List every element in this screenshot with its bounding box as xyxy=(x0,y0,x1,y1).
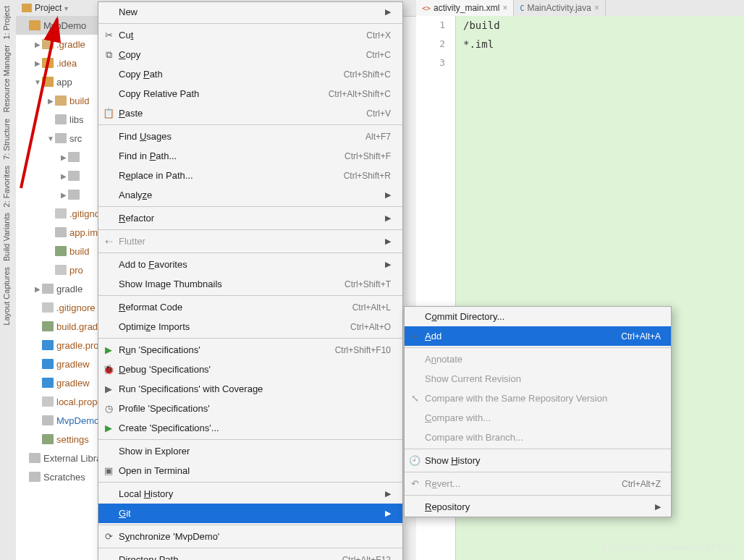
node-icon xyxy=(42,58,54,68)
node-label: settings xyxy=(54,434,89,445)
menu-label: Copy Path xyxy=(119,69,344,80)
menu-separator xyxy=(98,206,402,207)
code-line[interactable]: /build xyxy=(463,16,744,35)
menu-label: Run 'Specifications' with Coverage xyxy=(119,383,391,394)
menu-item[interactable]: Refactor▶ xyxy=(98,208,402,228)
menu-item[interactable]: Local History▶ xyxy=(98,484,402,504)
expand-icon[interactable]: ▶ xyxy=(33,285,42,293)
project-label: Project xyxy=(35,3,62,13)
context-menu[interactable]: New▶✂CutCtrl+X⧉CopyCtrl+CCopy PathCtrl+S… xyxy=(98,1,403,560)
node-icon xyxy=(42,284,54,294)
tab-label: MainActivity.java xyxy=(527,3,591,13)
menu-item[interactable]: Find in Path...Ctrl+Shift+F xyxy=(98,146,402,166)
editor-tab[interactable]: <>activity_main.xml× xyxy=(416,0,514,16)
close-icon[interactable]: × xyxy=(502,3,507,13)
side-rail-item[interactable]: Layout Captures xyxy=(2,267,11,326)
menu-item: ⤡Compare with the Same Repository Versio… xyxy=(405,389,671,408)
menu-label: Analyze xyxy=(119,190,381,200)
expand-icon[interactable]: ▶ xyxy=(46,97,55,105)
menu-icon: ▶ xyxy=(103,383,114,394)
menu-label: Annotate xyxy=(425,354,661,365)
menu-item[interactable]: Analyze▶ xyxy=(98,185,402,205)
tab-label: activity_main.xml xyxy=(434,3,499,13)
expand-icon[interactable]: ▶ xyxy=(59,191,68,199)
node-label: MvpDemo xyxy=(41,20,86,31)
menu-label: Replace in Path... xyxy=(119,170,344,181)
menu-item[interactable]: 🕘Show History xyxy=(405,451,671,470)
menu-item[interactable]: ▶Create 'Specifications'... xyxy=(98,418,402,438)
side-rail-item[interactable]: Resource Manager xyxy=(2,45,11,113)
menu-label: Paste xyxy=(119,108,366,119)
submenu-arrow-icon: ▶ xyxy=(381,260,391,269)
menu-item[interactable]: 🐞Debug 'Specifications' xyxy=(98,360,402,379)
menu-item[interactable]: ⟳Synchronize 'MvpDemo' xyxy=(98,527,402,546)
side-rail-item[interactable]: 2: Favorites xyxy=(2,166,11,207)
menu-item[interactable]: ▶Run 'Specifications' with Coverage xyxy=(98,379,402,399)
menu-item[interactable]: Git▶ xyxy=(98,504,402,523)
menu-item[interactable]: Repository▶ xyxy=(405,497,671,517)
menu-item[interactable]: Reformat CodeCtrl+Alt+L xyxy=(98,297,402,317)
menu-shortcut: Ctrl+Shift+F10 xyxy=(335,345,391,355)
side-rail-item[interactable]: 1: Project xyxy=(2,6,11,39)
menu-label: Git xyxy=(119,508,381,519)
menu-item[interactable]: Copy PathCtrl+Shift+C xyxy=(98,64,402,84)
menu-item[interactable]: Find UsagesAlt+F7 xyxy=(98,127,402,146)
project-selector[interactable]: Project ▾ xyxy=(16,0,74,16)
menu-item[interactable]: Show in Explorer xyxy=(98,441,402,461)
menu-label: Show in Explorer xyxy=(119,446,391,457)
node-icon xyxy=(55,208,67,219)
menu-icon: 🐞 xyxy=(103,364,114,375)
code-line[interactable]: *.iml xyxy=(463,35,744,54)
git-submenu[interactable]: Commit Directory...＋AddCtrl+Alt+AAnnotat… xyxy=(404,306,672,517)
menu-item[interactable]: ⧉CopyCtrl+C xyxy=(98,45,402,64)
expand-icon[interactable]: ▶ xyxy=(33,59,42,67)
menu-item[interactable]: Commit Directory... xyxy=(405,307,671,326)
menu-label: Cut xyxy=(119,30,366,41)
menu-item[interactable]: ◷Profile 'Specifications' xyxy=(98,399,402,418)
menu-item[interactable]: Show Image ThumbnailsCtrl+Shift+T xyxy=(98,274,402,294)
expand-icon[interactable]: ▶ xyxy=(59,172,68,180)
node-icon xyxy=(55,265,67,275)
menu-item[interactable]: Directory PathCtrl+Alt+F12 xyxy=(98,550,402,560)
menu-item[interactable]: Copy Relative PathCtrl+Alt+Shift+C xyxy=(98,84,402,103)
expand-icon[interactable]: ▶ xyxy=(33,41,42,48)
menu-label: Reformat Code xyxy=(119,302,352,313)
menu-item[interactable]: 📋PasteCtrl+V xyxy=(98,103,402,123)
menu-shortcut: Ctrl+Alt+F12 xyxy=(342,555,391,561)
node-label: .idea xyxy=(54,58,77,69)
menu-label: Commit Directory... xyxy=(425,311,661,322)
expand-icon[interactable]: ▼ xyxy=(46,135,55,143)
menu-separator xyxy=(98,482,402,483)
node-icon xyxy=(55,227,67,237)
line-number: 3 xyxy=(416,54,445,72)
menu-shortcut: Ctrl+Alt+L xyxy=(352,302,391,313)
close-icon[interactable]: × xyxy=(594,3,599,13)
menu-shortcut: Alt+F7 xyxy=(365,132,391,142)
menu-item[interactable]: ▶Run 'Specifications'Ctrl+Shift+F10 xyxy=(98,340,402,360)
menu-item[interactable]: New▶ xyxy=(98,2,402,22)
menu-item[interactable]: ▣Open in Terminal xyxy=(98,461,402,480)
code-line[interactable] xyxy=(463,54,744,72)
side-rail-item[interactable]: Build Variants xyxy=(2,213,11,261)
menu-item[interactable]: Replace in Path...Ctrl+Shift+R xyxy=(98,166,402,185)
node-icon xyxy=(42,340,54,350)
menu-label: Synchronize 'MvpDemo' xyxy=(119,531,391,542)
editor-tab[interactable]: CMainActivity.java× xyxy=(514,0,606,16)
expand-icon[interactable]: ▼ xyxy=(33,78,42,86)
node-icon xyxy=(29,472,41,482)
menu-separator xyxy=(98,548,402,548)
menu-item[interactable]: Add to Favorites▶ xyxy=(98,255,402,274)
line-number: 2 xyxy=(416,35,445,54)
menu-item[interactable]: Optimize ImportsCtrl+Alt+O xyxy=(98,317,402,336)
menu-icon: ▣ xyxy=(103,465,114,476)
node-icon xyxy=(55,133,67,143)
node-icon xyxy=(42,434,54,444)
menu-label: Show Current Revision xyxy=(425,373,661,384)
menu-item[interactable]: ✂CutCtrl+X xyxy=(98,25,402,45)
menu-label: Add xyxy=(425,331,621,341)
expand-icon[interactable]: ▶ xyxy=(59,153,68,161)
node-icon xyxy=(55,114,67,124)
side-rail-item[interactable]: 7: Structure xyxy=(2,119,11,160)
menu-item[interactable]: ＋AddCtrl+Alt+A xyxy=(405,326,671,346)
menu-label: Find in Path... xyxy=(119,150,344,161)
